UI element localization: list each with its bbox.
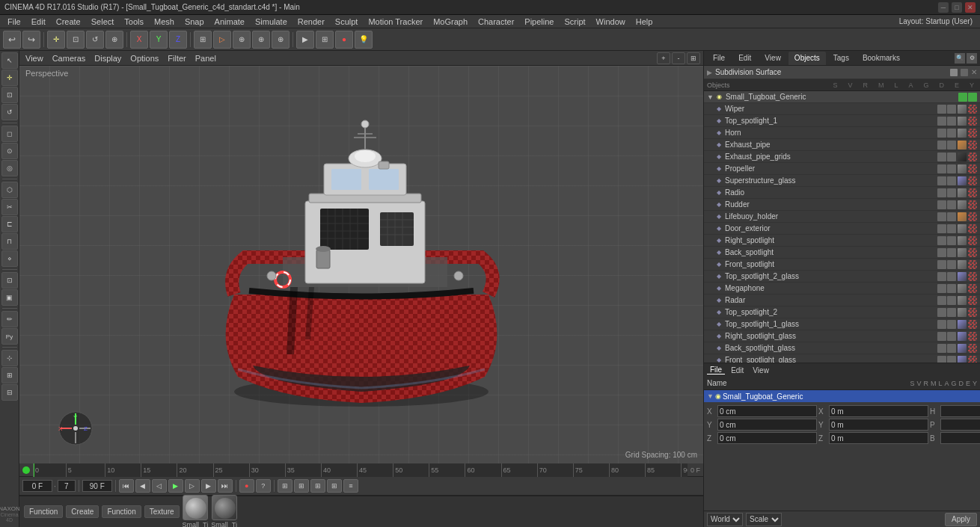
vis-btn[interactable] — [937, 152, 946, 161]
material-swatch2[interactable] — [968, 272, 977, 281]
material-swatch[interactable] — [958, 224, 967, 233]
material-swatch2[interactable] — [968, 332, 977, 341]
vis-btn[interactable] — [937, 224, 946, 233]
vis-btn[interactable] — [937, 332, 946, 341]
material-swatch[interactable] — [958, 272, 967, 281]
render-btn[interactable] — [947, 236, 956, 245]
poly-tool[interactable]: ⬡ — [1, 182, 18, 198]
transform-button[interactable]: ⊕ — [105, 31, 123, 49]
prev-frame-button[interactable]: ◀ — [135, 479, 150, 493]
menu-mesh[interactable]: Mesh — [150, 15, 179, 28]
rotate-tool-button[interactable]: ↺ — [86, 31, 104, 49]
object-row-exhaust_pipe[interactable]: ◆Exhaust_pipe — [704, 139, 980, 151]
close-button[interactable]: ✕ — [965, 2, 976, 13]
object-row-radio[interactable]: ◆Radio — [704, 187, 980, 199]
render-btn[interactable] — [947, 212, 956, 221]
fill-tool[interactable]: ▣ — [1, 289, 18, 306]
material-swatch2[interactable] — [968, 356, 977, 363]
material-swatch2[interactable] — [968, 117, 977, 126]
vis-btn[interactable] — [937, 105, 946, 114]
object-row-lifebuoy_holder[interactable]: ◆Lifebuoy_holder — [704, 211, 980, 223]
menu-file[interactable]: File — [3, 15, 25, 28]
render-btn[interactable] — [947, 152, 956, 161]
material-swatch2[interactable] — [968, 296, 977, 305]
viewport-options-menu[interactable]: Options — [127, 54, 162, 63]
render-btn[interactable] — [947, 272, 956, 281]
menu-motion-tracker[interactable]: Motion Tracker — [364, 15, 427, 28]
object-row-superstructure_glass[interactable]: ◆Superstructure_glass — [704, 175, 980, 187]
minimize-button[interactable]: ─ — [938, 2, 949, 13]
viewport-expand-button[interactable]: + — [657, 52, 670, 64]
material-swatch2[interactable] — [968, 152, 977, 161]
root-vis-btn[interactable] — [958, 93, 967, 102]
render-btn[interactable] — [947, 129, 956, 138]
scale-p-input[interactable] — [940, 419, 980, 431]
move-tool-button[interactable]: ✛ — [47, 31, 65, 49]
vis-btn[interactable] — [937, 260, 946, 269]
render-btn[interactable] — [947, 344, 956, 353]
menu-select[interactable]: Select — [87, 15, 119, 28]
render-active-button[interactable]: ▷ — [213, 31, 231, 49]
panel-settings-icon[interactable]: ⚙ — [967, 53, 977, 64]
menu-character[interactable]: Character — [474, 15, 518, 28]
material-swatch[interactable] — [958, 260, 967, 269]
viewport-3d[interactable]: Perspective — [19, 66, 703, 463]
material-swatch2[interactable] — [968, 141, 977, 150]
knife-tool[interactable]: ✂ — [1, 199, 18, 215]
snap-tool[interactable]: ⊹ — [1, 350, 18, 366]
vis-btn[interactable] — [937, 236, 946, 245]
material-swatch[interactable] — [958, 164, 967, 173]
subdiv-render-dot[interactable] — [961, 69, 968, 76]
y-axis-button[interactable]: Y — [150, 31, 168, 49]
render-btn[interactable] — [947, 308, 956, 317]
object-row-back_spotlight_glass[interactable]: ◆Back_spotlight_glass — [704, 342, 980, 354]
menu-tools[interactable]: Tools — [120, 15, 148, 28]
end-frame-input[interactable] — [82, 480, 112, 492]
object-row-front_spotlight[interactable]: ◆Front_spotlight — [704, 259, 980, 271]
right-tab-view[interactable]: View — [759, 52, 787, 65]
render-btn[interactable] — [947, 164, 956, 173]
pos-y-input[interactable] — [717, 419, 817, 431]
subdiv-vis-dot[interactable] — [950, 69, 958, 76]
br-tab-edit[interactable]: Edit — [728, 366, 747, 375]
right-tab-objects[interactable]: Objects — [788, 52, 826, 65]
tl-key-btn3[interactable]: ⊞ — [310, 479, 325, 493]
viewport-cameras-menu[interactable]: Cameras — [49, 54, 89, 63]
viewport-shrink-button[interactable]: - — [672, 52, 685, 64]
material-swatch2[interactable] — [968, 224, 977, 233]
next-frame-button[interactable]: ▶ — [201, 479, 216, 493]
tl-key-btn1[interactable]: ⊞ — [278, 479, 293, 493]
material-swatch[interactable] — [958, 212, 967, 221]
render-settings-button[interactable]: ⊕ — [272, 31, 290, 49]
menu-help[interactable]: Help — [631, 15, 658, 28]
render-btn[interactable] — [947, 105, 956, 114]
menu-sculpt[interactable]: Sculpt — [331, 15, 363, 28]
bevel-tool[interactable]: ⋄ — [1, 250, 18, 267]
play-button[interactable]: ▶ — [168, 479, 183, 493]
render-button[interactable]: ⊕ — [233, 31, 251, 49]
material-swatch2[interactable] — [968, 344, 977, 353]
undo-button[interactable]: ↩ — [3, 31, 21, 49]
rot-z-input[interactable] — [829, 432, 928, 444]
render-region-button[interactable]: ⊞ — [194, 31, 212, 49]
edit-render-button[interactable]: ▶ — [296, 31, 314, 49]
vis-btn[interactable] — [937, 344, 946, 353]
object-row-top_spotlight_2_glass[interactable]: ◆Top_spotlight_2_glass — [704, 271, 980, 283]
scale-b-input[interactable] — [940, 432, 980, 444]
vis-btn[interactable] — [937, 296, 946, 305]
move-tool[interactable]: ✛ — [1, 70, 18, 86]
scale-h-input[interactable] — [940, 405, 980, 417]
material-swatch[interactable] — [958, 284, 967, 293]
live-select[interactable]: ◎ — [1, 160, 18, 176]
paint-tool[interactable]: ✏ — [1, 311, 18, 327]
menu-pipeline[interactable]: Pipeline — [520, 15, 558, 28]
material-swatch2[interactable] — [968, 284, 977, 293]
material-swatch[interactable] — [958, 248, 967, 257]
z-axis-button[interactable]: Z — [169, 31, 187, 49]
scale-tool[interactable]: ⊡ — [1, 87, 18, 103]
menu-snap[interactable]: Snap — [180, 15, 209, 28]
viewport-display-menu[interactable]: Display — [91, 54, 124, 63]
vis-btn[interactable] — [937, 117, 946, 126]
vis-btn[interactable] — [937, 188, 946, 197]
object-row-door_exterior[interactable]: ◆Door_exterior — [704, 223, 980, 235]
